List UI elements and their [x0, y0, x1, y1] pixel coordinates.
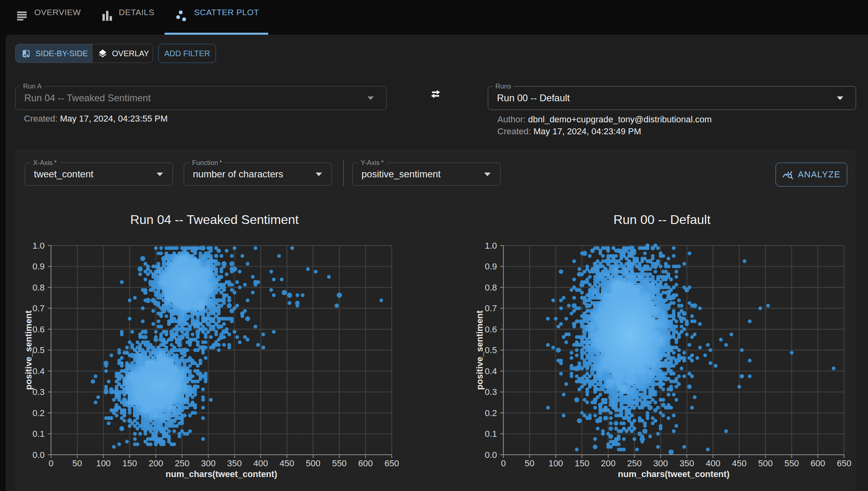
svg-text:0.4: 0.4 — [485, 366, 497, 376]
svg-text:650: 650 — [385, 458, 399, 468]
svg-text:550: 550 — [332, 458, 347, 468]
svg-text:400: 400 — [706, 458, 721, 468]
svg-text:650: 650 — [837, 458, 852, 468]
svg-text:0.4: 0.4 — [32, 366, 45, 376]
svg-text:positive_sentiment: positive_sentiment — [475, 310, 485, 390]
svg-text:0.8: 0.8 — [485, 283, 497, 293]
svg-text:0.9: 0.9 — [32, 261, 45, 271]
svg-text:100: 100 — [96, 458, 111, 468]
svg-text:num_chars(tweet_content): num_chars(tweet_content) — [166, 469, 277, 479]
svg-text:200: 200 — [149, 458, 163, 468]
svg-text:0.2: 0.2 — [485, 408, 497, 418]
svg-text:50: 50 — [525, 458, 534, 468]
svg-text:0.7: 0.7 — [32, 303, 45, 313]
svg-text:200: 200 — [601, 458, 616, 468]
svg-text:350: 350 — [679, 458, 694, 468]
svg-text:0.0: 0.0 — [32, 450, 45, 460]
svg-text:1.0: 1.0 — [485, 241, 497, 251]
svg-text:0.0: 0.0 — [485, 450, 497, 460]
svg-text:0.5: 0.5 — [485, 345, 497, 355]
svg-text:0.6: 0.6 — [32, 324, 45, 334]
svg-text:0.6: 0.6 — [485, 324, 497, 334]
svg-text:450: 450 — [732, 458, 747, 468]
svg-text:350: 350 — [227, 458, 242, 468]
svg-text:150: 150 — [575, 458, 589, 468]
svg-text:positive_sentiment: positive_sentiment — [24, 310, 33, 390]
svg-text:500: 500 — [758, 458, 773, 468]
svg-text:600: 600 — [358, 458, 373, 468]
svg-text:0.9: 0.9 — [485, 261, 497, 271]
svg-text:0.3: 0.3 — [485, 387, 497, 397]
svg-text:600: 600 — [811, 458, 825, 468]
svg-text:Run 00 -- Default: Run 00 -- Default — [613, 212, 711, 227]
svg-text:num_chars(tweet_content): num_chars(tweet_content) — [618, 469, 730, 479]
svg-text:0.3: 0.3 — [32, 387, 45, 397]
svg-text:150: 150 — [122, 458, 137, 468]
svg-text:400: 400 — [253, 458, 268, 468]
svg-text:0.2: 0.2 — [32, 408, 45, 418]
svg-text:Run 04 -- Tweaked Sentiment: Run 04 -- Tweaked Sentiment — [130, 212, 299, 227]
svg-text:1.0: 1.0 — [32, 241, 45, 251]
svg-text:0.7: 0.7 — [485, 303, 497, 313]
svg-text:450: 450 — [280, 458, 295, 468]
svg-text:300: 300 — [201, 458, 216, 468]
svg-text:0: 0 — [49, 458, 53, 468]
svg-text:0.5: 0.5 — [32, 345, 45, 355]
svg-text:0: 0 — [501, 458, 506, 468]
svg-text:50: 50 — [73, 458, 82, 468]
svg-text:0.8: 0.8 — [32, 283, 45, 293]
svg-text:0.1: 0.1 — [32, 429, 45, 439]
svg-text:100: 100 — [548, 458, 563, 468]
svg-text:250: 250 — [175, 458, 189, 468]
svg-text:500: 500 — [306, 458, 320, 468]
svg-text:250: 250 — [627, 458, 642, 468]
svg-text:300: 300 — [653, 458, 668, 468]
svg-text:550: 550 — [784, 458, 799, 468]
svg-text:0.1: 0.1 — [485, 429, 497, 439]
